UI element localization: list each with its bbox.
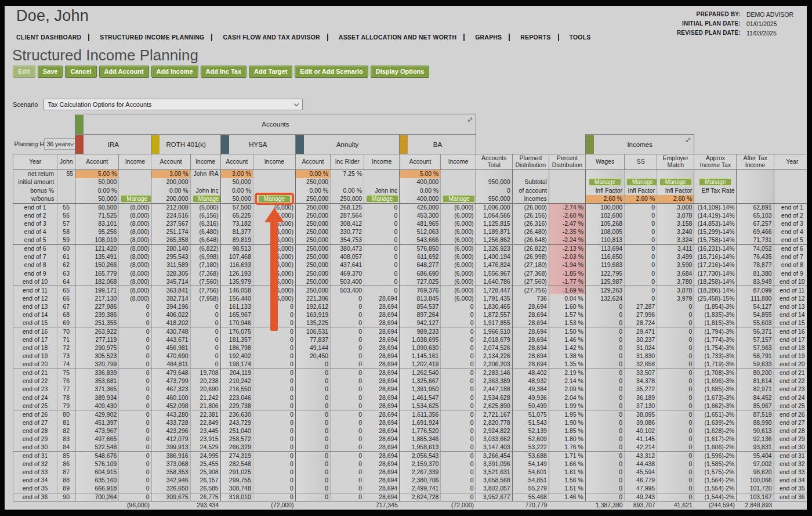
cell-ba-account: 1,391,950 — [400, 385, 441, 394]
cell-wages: 0 — [585, 410, 624, 418]
cell-after-tax-income: 92,136 — [737, 435, 774, 443]
cell-year: end of 19 — [13, 352, 57, 360]
add-inc-tax-button[interactable]: Add Inc Tax — [201, 66, 247, 78]
cell-ss: 0 — [625, 269, 657, 277]
cell-annuity-inc-rider: 437,641 — [331, 261, 364, 269]
cell-hysa-account: 156,440 — [220, 294, 253, 302]
manage-button-ira-income[interactable]: Manage — [121, 195, 151, 203]
cell-wages: 108,005 — [585, 228, 624, 236]
manage-button-ss[interactable]: Manage — [626, 178, 657, 186]
nav-item-structured-income-planning[interactable]: STRUCTURED INCOME PLANNING — [96, 33, 211, 42]
cell-annuity-income: 28,694 — [364, 460, 400, 468]
cell-john: 62 — [57, 261, 75, 269]
nav-item-reports[interactable]: REPORTS — [517, 33, 557, 42]
planning-horizon-select[interactable]: 36 years — [44, 138, 75, 150]
cell-annuity-income: 28,694 — [364, 427, 400, 435]
table-row-year-14: end of 1468239,3860406,0220165,9670163,9… — [13, 311, 807, 319]
cell-employer-match: 0 — [657, 302, 694, 311]
cell-hysa-account: 176,075 — [220, 327, 253, 335]
cell-employer-match: 3,158 — [657, 220, 694, 228]
cell-wages — [585, 169, 624, 178]
cell-roth-income: 0 — [190, 360, 220, 369]
cell-roth-account: 473,799 — [151, 377, 190, 385]
cell-hysa-account: 126,193 — [220, 269, 253, 277]
cell-john: 85 — [57, 452, 75, 460]
cell-hysa-account: 236,630 — [220, 410, 253, 418]
manage-button-employer-match[interactable]: Manage — [659, 178, 692, 186]
cell-annuity-income: 28,694 — [364, 360, 400, 369]
cell-annuity-inc-rider: 0 — [331, 302, 364, 311]
cancel-button[interactable]: Cancel — [65, 66, 96, 78]
cell-ba-account: 1,958,613 — [400, 443, 441, 452]
cell-annuity-income: 28,694 — [364, 311, 400, 319]
cell-annuity-income — [364, 178, 400, 187]
add-income-button[interactable]: Add Income — [151, 66, 198, 78]
cell-year-right: end of 32 — [774, 460, 807, 468]
nav-item-cash-flow-and-tax-advisor[interactable]: CASH FLOW AND TAX ADVISOR — [219, 33, 327, 42]
cell-roth-account: 406,022 — [151, 311, 190, 319]
cell-ss: 28,724 — [625, 319, 657, 327]
hysa-income-manage-button[interactable]: Manage — [258, 195, 291, 203]
cell-annuity-account: 0 — [295, 377, 330, 385]
cell-year-right: end of 1 — [774, 203, 807, 211]
cell-roth-account: 423,296 — [151, 427, 190, 435]
col-header-year: Year — [13, 154, 57, 170]
cell-planned-distribution: 28,694 — [512, 327, 549, 335]
nav-item-graphs[interactable]: GRAPHS — [472, 33, 509, 42]
account-header-ira-color-tab — [75, 135, 84, 154]
cell-year-right: end of 7 — [774, 253, 807, 261]
table-row-year-18: end of 1872290,9750456,9810186,798049,14… — [13, 344, 807, 352]
display-options-button[interactable]: Display Options — [371, 66, 430, 78]
scenario-select[interactable]: Tax Calculation Options for Accounts — [44, 99, 303, 110]
cell-hysa-income: 0 — [253, 344, 295, 352]
nav-item-asset-allocation-and-net-worth[interactable]: ASSET ALLOCATION AND NET WORTH — [335, 33, 463, 42]
cell-accounts-total: 3,033,662 — [476, 435, 512, 443]
cell-year-right: end of 13 — [774, 302, 807, 311]
cell-john: 56 — [57, 211, 75, 219]
nav-item-client-dashboard[interactable]: CLIENT DASHBOARD — [13, 33, 88, 42]
cell-year-right: end of 31 — [774, 452, 807, 460]
cell-percent-distribution: 2.19 % — [549, 369, 585, 377]
cell-john: 77 — [57, 385, 75, 394]
cell-john: 89 — [57, 485, 75, 493]
cell-approx-income-tax: (1,651)-3% — [694, 410, 737, 418]
cell-ira-income: 0 — [119, 352, 151, 360]
cell-hysa-account: 165,967 — [220, 311, 253, 319]
cell-hysa-account: 107,468 — [220, 253, 253, 261]
nav-item-tools[interactable]: TOOLS — [566, 33, 598, 42]
cell-ira-income: (8,000) — [119, 236, 151, 244]
incomes-group-header-expand-icon[interactable] — [685, 137, 691, 143]
cell-ba-account: 1,262,540 — [400, 369, 441, 377]
cell-annuity-income: 28,694 — [364, 477, 400, 485]
cell-year-right: end of 24 — [774, 394, 807, 402]
edit-or-add-scenario-button[interactable]: Edit or Add Scenario — [295, 66, 368, 78]
accounts-group-header-expand-icon[interactable] — [467, 117, 473, 123]
manage-button-ba-income[interactable]: Manage — [443, 195, 475, 203]
cell-year: end of 21 — [13, 369, 57, 377]
cell-ss: 0 — [625, 294, 657, 302]
cell-planned-distribution: 53,222 — [512, 443, 549, 452]
setup-row-w-bonus: w/bonus50,000Manage200,000Manage50,000Ma… — [13, 195, 807, 204]
cell-annuity-inc-rider: 0 — [331, 344, 364, 352]
cell-ira-account: 0.00 % — [75, 186, 119, 195]
cell-annuity-account: 0 — [295, 477, 330, 485]
edit-button[interactable]: Edit — [13, 66, 35, 78]
cell-employer-match: 0 — [657, 369, 694, 377]
save-button[interactable]: Save — [38, 66, 63, 78]
cell-year-right: end of 6 — [774, 244, 807, 252]
manage-button-roth-income[interactable]: Manage — [193, 195, 221, 203]
table-row-year-10: end of 1064182,068(8,000)345,714(7,560)1… — [13, 277, 807, 286]
manage-button-wages[interactable]: Manage — [589, 178, 621, 186]
add-target-button[interactable]: Add Target — [249, 66, 292, 78]
manage-button-annuity-income[interactable]: Manage — [366, 195, 398, 203]
cell-annuity-inc-rider: 408,057 — [331, 253, 364, 261]
cell-year: net return — [13, 169, 57, 178]
cell-year-right: end of 18 — [774, 344, 807, 352]
cell-employer-match: 0 — [657, 327, 694, 335]
cell-john: 83 — [57, 435, 75, 443]
table-row-year-19: end of 1973305,5230470,6900192,402020,45… — [13, 352, 807, 360]
add-account-button[interactable]: Add Account — [99, 66, 149, 78]
manage-button-approx-income-tax[interactable]: Manage — [699, 178, 731, 186]
cell-ba-account: 1,461,547 — [400, 394, 441, 402]
cell-john: 65 — [57, 286, 75, 294]
